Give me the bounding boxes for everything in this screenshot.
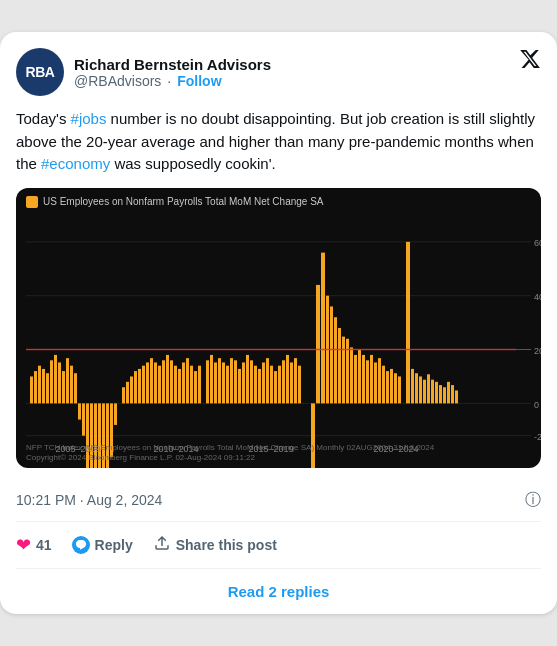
info-icon[interactable]: ⓘ [525,490,541,511]
svg-rect-82 [338,328,341,403]
reply-svg [75,539,87,551]
chart-footer-text2: Copyright© 2024 Bloomberg Finance L.P. 0… [26,453,531,463]
reply-button[interactable]: Reply [72,536,133,554]
svg-rect-57 [226,365,229,403]
svg-text:-200: -200 [534,431,541,441]
svg-rect-64 [254,365,257,403]
timestamp: 10:21 PM · Aug 2, 2024 [16,492,162,508]
account-info: Richard Bernstein Advisors @RBAdvisors ·… [74,56,271,89]
x-icon [519,48,541,70]
svg-rect-44 [170,360,173,403]
svg-rect-74 [294,358,297,403]
svg-rect-40 [154,362,157,403]
tweet-header: RBA Richard Bernstein Advisors @RBAdviso… [16,48,541,96]
handle-row: @RBAdvisors · Follow [74,73,271,89]
svg-rect-39 [150,358,153,403]
svg-rect-46 [178,369,181,403]
svg-rect-73 [290,362,293,403]
svg-rect-107 [443,387,446,403]
svg-text:0: 0 [534,399,539,409]
tweet-text: Today's #jobs number is no doubt disappo… [16,108,541,176]
svg-rect-45 [174,365,177,403]
svg-rect-62 [246,355,249,403]
svg-rect-70 [278,365,281,403]
svg-rect-98 [406,242,410,404]
svg-rect-81 [334,317,337,403]
timestamp-row: 10:21 PM · Aug 2, 2024 ⓘ [16,480,541,522]
svg-rect-94 [386,371,389,403]
svg-rect-63 [250,360,253,403]
svg-rect-11 [34,371,37,403]
like-count: 41 [36,537,52,553]
text-end: was supposedly cookin'. [110,155,275,172]
reply-icon-bubble [72,536,90,554]
svg-rect-10 [30,376,33,403]
svg-rect-55 [218,358,221,403]
svg-rect-108 [447,382,450,404]
tweet-card: RBA Richard Bernstein Advisors @RBAdviso… [0,32,557,614]
svg-rect-38 [146,362,149,403]
svg-rect-104 [431,379,434,403]
svg-rect-54 [214,362,217,403]
svg-rect-35 [134,371,137,403]
read-replies-row: Read 2 replies [16,569,541,614]
svg-rect-52 [206,360,209,403]
svg-rect-106 [439,385,442,403]
header-left: RBA Richard Bernstein Advisors @RBAdviso… [16,48,271,96]
svg-rect-41 [158,365,161,403]
svg-rect-103 [427,374,430,403]
svg-rect-86 [354,355,357,403]
chart-legend: US Employees on Nonfarm Payrolls Total M… [26,196,324,208]
svg-rect-85 [350,347,353,403]
share-label: Share this post [176,537,277,553]
hashtag-economy[interactable]: #economy [41,155,110,172]
svg-rect-32 [122,387,125,403]
read-replies-button[interactable]: Read 2 replies [228,583,330,600]
svg-rect-83 [342,336,345,403]
svg-rect-15 [50,360,53,403]
share-button[interactable]: Share this post [153,534,277,556]
svg-rect-102 [423,379,426,403]
svg-rect-53 [210,355,213,403]
svg-rect-60 [238,369,241,403]
svg-rect-19 [66,358,69,403]
bar-chart: 600 400 200 0 -200 [16,188,541,468]
svg-rect-92 [378,358,381,403]
heart-icon: ❤ [16,534,31,556]
svg-rect-97 [398,376,401,403]
svg-rect-110 [455,390,458,403]
svg-rect-88 [362,355,365,403]
svg-rect-59 [234,360,237,403]
actions-row: ❤ 41 Reply Share this post [16,522,541,569]
svg-rect-75 [298,365,301,403]
follow-button[interactable]: Follow [177,73,221,89]
svg-rect-16 [54,355,57,403]
share-svg [153,534,171,552]
svg-rect-22 [78,403,81,419]
svg-text:400: 400 [534,291,541,301]
hashtag-jobs[interactable]: #jobs [71,110,107,127]
like-group[interactable]: ❤ 41 [16,534,52,556]
svg-rect-61 [242,362,245,403]
svg-rect-78 [321,252,325,403]
svg-rect-12 [38,365,41,403]
svg-rect-87 [358,349,361,403]
svg-rect-43 [166,355,169,403]
svg-rect-90 [370,355,373,403]
dot-separator: · [167,73,171,89]
svg-rect-34 [130,376,133,403]
svg-rect-100 [415,373,418,403]
x-logo-button[interactable] [519,48,541,75]
svg-rect-37 [142,365,145,403]
svg-text:200: 200 [534,345,541,355]
svg-rect-101 [419,376,422,403]
svg-rect-99 [411,369,414,403]
svg-rect-77 [316,285,320,403]
svg-rect-109 [451,385,454,403]
svg-rect-21 [74,373,77,403]
reply-label: Reply [95,537,133,553]
svg-rect-33 [126,382,129,404]
svg-rect-71 [282,360,285,403]
svg-rect-69 [274,371,277,403]
svg-rect-23 [82,403,85,435]
